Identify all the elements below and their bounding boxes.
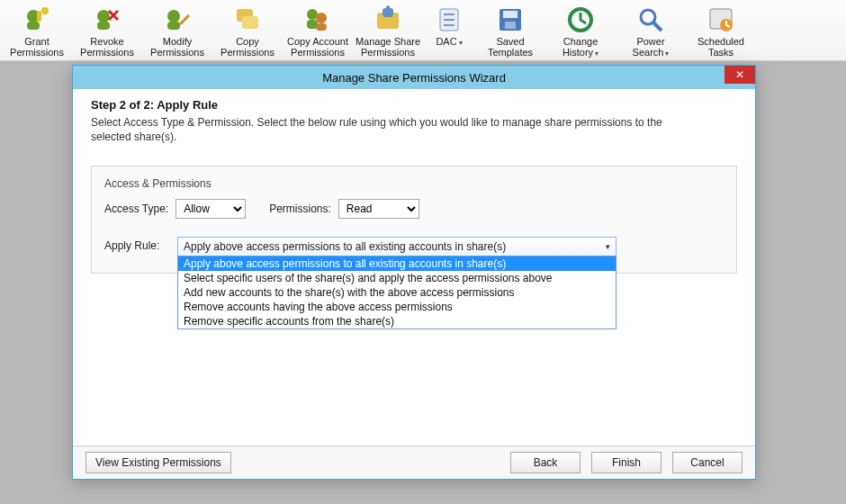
svg-point-28 [641,10,655,24]
ribbon-label: DAC [436,36,456,47]
permissions-label: Permissions: [269,202,331,215]
ribbon-copy-permissions[interactable]: CopyPermissions [212,4,283,59]
ribbon-label: Saved [496,36,524,47]
svg-rect-25 [503,11,518,18]
chevron-down-icon: ▾ [459,39,463,47]
svg-rect-5 [97,22,110,30]
chevron-down-icon: ▾ [595,50,598,58]
ribbon-label: Copy Account [287,36,348,47]
chevron-down-icon: ▾ [665,50,669,58]
finish-button[interactable]: Finish [591,452,662,473]
ribbon-label: Manage Share [356,36,420,47]
close-icon: ✕ [735,68,744,81]
permissions-select[interactable]: Read [338,199,419,219]
ribbon-label: Permissions [361,47,415,58]
copy-account-permissions-icon [303,5,332,34]
ribbon-label: Search [633,47,664,58]
copy-permissions-icon [233,5,262,34]
svg-rect-26 [505,22,516,29]
dialog-footer: View Existing Permissions Back Finish Ca… [73,446,755,479]
apply-rule-option[interactable]: Select specific users of the share(s) an… [178,271,616,285]
access-permissions-group: Access & Permissions Access Type: Allow … [91,166,737,274]
ribbon-label: History [562,47,593,58]
svg-point-3 [41,7,49,14]
ribbon-label: Permissions [10,47,64,58]
grant-permissions-icon [22,5,51,34]
apply-rule-selected: Apply above access permissions to all ex… [184,240,506,253]
dialog-title: Manage Share Permissions Wizard [322,71,506,85]
ribbon-label: Change [563,36,598,47]
access-type-select[interactable]: Allow [176,199,246,219]
ribbon-label: Modify [163,36,192,47]
ribbon-label: Scheduled [698,36,744,47]
svg-line-29 [653,22,662,31]
close-button[interactable]: ✕ [724,66,755,84]
step-description: Select Access Type & Permission. Select … [91,115,667,144]
scheduled-tasks-icon [706,5,735,34]
view-existing-permissions-button[interactable]: View Existing Permissions [86,452,231,473]
ribbon-scheduled-tasks[interactable]: ScheduledTasks [686,4,756,59]
wizard-dialog: Manage Share Permissions Wizard ✕ Step 2… [72,65,756,480]
svg-point-4 [97,10,110,22]
ribbon-modify-permissions[interactable]: ModifyPermissions [142,4,212,59]
change-history-icon [566,5,595,34]
apply-rule-option[interactable]: Remove accounts having the above access … [178,300,616,314]
power-search-icon [636,5,665,34]
saved-templates-icon [496,5,525,34]
dialog-body: Step 2 of 2: Apply Rule Select Access Ty… [73,89,755,446]
apply-rule-dropdown-list: Apply above access permissions to all ex… [177,256,616,329]
ribbon-label: Power [636,36,664,47]
manage-share-permissions-icon [374,5,402,34]
apply-rule-combobox[interactable]: Apply above access permissions to all ex… [177,237,616,256]
apply-rule-label: Apply Rule: [104,237,172,252]
ribbon-label: Templates [488,47,533,58]
dialog-titlebar: Manage Share Permissions Wizard ✕ [73,66,755,89]
svg-point-14 [316,13,327,23]
ribbon-power-search[interactable]: PowerSearch▾ [616,4,686,61]
ribbon-label: Permissions [291,47,345,58]
ribbon-copy-account-permissions[interactable]: Copy AccountPermissions [283,4,353,59]
chevron-down-icon: ▾ [606,242,610,251]
step-title: Step 2 of 2: Apply Rule [91,98,737,112]
modify-permissions-icon [163,5,192,34]
ribbon-label: Permissions [220,47,274,58]
ribbon-label: Grant [24,36,50,47]
ribbon-label: Copy [236,36,259,47]
svg-rect-2 [37,11,41,22]
svg-rect-1 [27,22,40,30]
svg-rect-16 [316,23,327,31]
group-title: Access & Permissions [104,177,724,190]
svg-rect-9 [167,22,180,30]
dac-icon [435,5,464,34]
back-button[interactable]: Back [510,452,580,473]
cancel-button[interactable]: Cancel [672,452,742,473]
svg-marker-10 [179,14,190,25]
ribbon-dac[interactable]: DAC▾ [423,4,475,50]
svg-rect-19 [386,5,390,11]
ribbon-saved-templates[interactable]: SavedTemplates [475,4,545,59]
access-type-label: Access Type: [104,202,168,215]
svg-point-8 [167,10,180,22]
ribbon-revoke-permissions[interactable]: RevokePermissions [72,4,142,59]
ribbon-toolbar: GrantPermissions RevokePermissions Modif… [0,0,846,61]
ribbon-change-history[interactable]: ChangeHistory▾ [545,4,616,61]
ribbon-label: Permissions [80,47,134,58]
apply-rule-option[interactable]: Apply above access permissions to all ex… [178,256,616,271]
revoke-permissions-icon [93,5,122,34]
ribbon-label: Revoke [90,36,123,47]
ribbon-label: Permissions [150,47,204,58]
svg-rect-12 [242,16,258,29]
ribbon-grant-permissions[interactable]: GrantPermissions [2,4,72,59]
apply-rule-option[interactable]: Remove specific accounts from the share(… [178,314,616,328]
apply-rule-option[interactable]: Add new accounts to the share(s) with th… [178,285,616,300]
ribbon-label: Tasks [708,47,734,58]
ribbon-manage-share-permissions[interactable]: Manage SharePermissions [353,4,423,59]
